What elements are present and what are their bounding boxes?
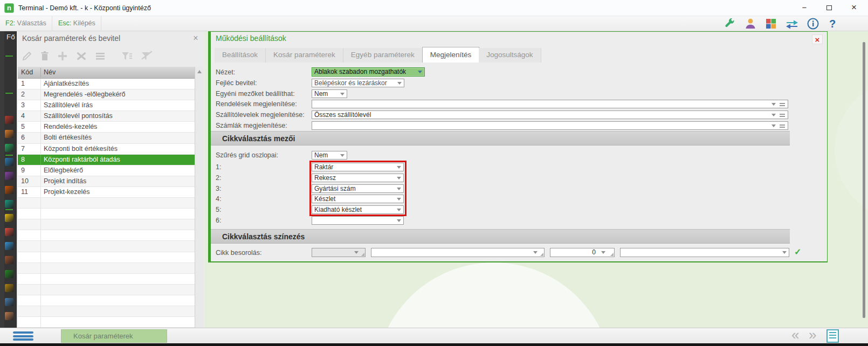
orders-display-select[interactable] — [312, 100, 788, 108]
tab-kosár-paraméterek[interactable]: Kosár paraméterek — [266, 48, 343, 63]
hotkey-esc-exit[interactable]: Esc: Kilépés — [53, 16, 101, 31]
nav-previous-icon[interactable]: « — [791, 327, 799, 343]
edit-icon[interactable] — [21, 50, 33, 62]
table-row[interactable] — [18, 263, 195, 274]
table-row[interactable] — [18, 295, 195, 306]
rail-module-icon[interactable] — [5, 270, 13, 278]
table-row[interactable]: 11Projekt-kezelés — [18, 187, 195, 198]
status-badge[interactable]: Kosár paraméterek — [61, 329, 167, 343]
list-icon[interactable] — [780, 103, 785, 106]
maximize-button[interactable] — [817, 0, 841, 16]
table-row[interactable] — [18, 219, 195, 230]
filter-grid-select[interactable]: Nem — [312, 151, 347, 160]
table-row[interactable]: 6Bolti értékesítés — [18, 133, 195, 143]
table-row[interactable]: 10Projekt indítás — [18, 176, 195, 187]
add-icon[interactable] — [57, 50, 68, 62]
filter-icon[interactable] — [120, 50, 133, 62]
nav-next-icon[interactable]: » — [809, 327, 816, 343]
cell-separator — [40, 198, 41, 208]
tools-icon[interactable] — [75, 50, 88, 62]
rail-module-icon[interactable] — [5, 242, 13, 250]
grid-column-3-select[interactable]: Gyártási szám — [312, 184, 404, 193]
rail-module-icon[interactable] — [5, 172, 13, 180]
view-mode-select[interactable]: Ablakok szabadon mozgathatók — [312, 67, 425, 77]
tab-beállítások[interactable]: Beállítások — [215, 48, 266, 63]
grid-column-4-select[interactable]: Készlet — [312, 195, 404, 203]
grid-column-6-select[interactable] — [312, 216, 404, 225]
rail-module-icon[interactable] — [5, 200, 13, 208]
table-row[interactable]: 5Rendelés-kezelés — [18, 122, 195, 133]
table-row[interactable]: 9Előlegbekérő — [18, 165, 195, 176]
wrench-icon[interactable] — [724, 17, 736, 30]
table-row[interactable]: 1Ajánlatkészítés — [18, 79, 195, 89]
rail-module-icon[interactable] — [5, 116, 13, 124]
table-row[interactable] — [18, 317, 195, 328]
table-scrollbar[interactable] — [195, 67, 204, 328]
cell-kod: 2 — [21, 89, 25, 100]
help-icon[interactable]: ? — [827, 17, 838, 30]
confirm-check-icon[interactable]: ✓ — [794, 247, 801, 257]
rail-module-icon[interactable] — [5, 158, 13, 166]
transfer-icon[interactable] — [785, 17, 799, 30]
grid-column-5-select[interactable]: Kiadható készlet — [312, 205, 404, 214]
rail-module-icon[interactable] — [5, 312, 13, 320]
table-header[interactable]: Kód Név — [18, 67, 204, 79]
rail-module-icon[interactable] — [5, 186, 13, 194]
column-header-nev[interactable]: Név — [44, 67, 56, 78]
rail-module-icon[interactable] — [5, 144, 13, 152]
status-menu-icon[interactable] — [13, 330, 33, 342]
table-row[interactable] — [18, 198, 195, 209]
rail-module-icon[interactable] — [5, 228, 13, 236]
tab-megjelenítés[interactable]: Megjelenítés — [422, 47, 480, 63]
table-row[interactable] — [18, 285, 195, 295]
rail-module-icon[interactable] — [5, 298, 13, 306]
list-icon[interactable] — [780, 114, 785, 117]
table-row[interactable] — [18, 209, 195, 219]
grid-column-1-select[interactable]: Raktár — [312, 163, 404, 171]
panel-close-icon[interactable]: × — [191, 33, 201, 43]
classification-code-select[interactable] — [312, 248, 366, 257]
table-row[interactable]: 7Központi bolt értékesítés — [18, 144, 195, 155]
menu-icon[interactable] — [94, 50, 106, 62]
info-icon[interactable] — [807, 17, 819, 30]
scroll-up-icon[interactable] — [197, 70, 202, 73]
rail-module-icon[interactable] — [5, 284, 13, 292]
table-row[interactable] — [18, 306, 195, 317]
custom-fields-select[interactable]: Nem — [312, 89, 347, 98]
cell-nev: Projekt-kezelés — [44, 187, 89, 197]
classification-name-select[interactable] — [371, 248, 545, 257]
table-row[interactable] — [18, 241, 195, 252]
user-icon[interactable] — [744, 17, 757, 30]
cell-nev: Rendelés-kezelés — [44, 122, 97, 132]
tab-egyéb-paraméterek[interactable]: Egyéb paraméterek — [343, 48, 423, 63]
invoices-display-select[interactable] — [312, 121, 788, 130]
hotkey-f2-select[interactable]: F2: Választás — [0, 16, 52, 31]
header-entry-select[interactable]: Belépéskor és lezáráskor — [312, 79, 404, 87]
rail-module-icon[interactable] — [5, 214, 13, 222]
table-row[interactable]: 2Megrendelés -előlegbekérő — [18, 89, 195, 100]
cell-kod: 3 — [21, 100, 25, 110]
modules-icon[interactable] — [764, 17, 777, 30]
classification-number-select[interactable]: 0 — [550, 248, 615, 257]
close-button[interactable]: × — [842, 0, 866, 16]
rail-module-icon[interactable] — [5, 130, 13, 138]
delivery-notes-display-select[interactable]: Összes szállítólevél — [312, 110, 788, 119]
rail-module-icon[interactable] — [5, 256, 13, 264]
table-row[interactable]: 3Szállítólevél írás — [18, 100, 195, 111]
filter-clear-icon[interactable] — [140, 50, 153, 62]
table-row[interactable]: 8Központi raktárból átadás — [18, 155, 195, 165]
column-header-kod[interactable]: Kód — [21, 67, 33, 78]
document-list-icon[interactable] — [826, 329, 839, 343]
grid-column-2-select[interactable]: Rekesz — [312, 174, 404, 182]
table-row[interactable] — [18, 230, 195, 241]
minimize-button[interactable]: − — [793, 0, 816, 16]
classification-color-select[interactable] — [620, 248, 789, 257]
table-row[interactable]: 4Szállítólevél pontosítás — [18, 111, 195, 122]
table-row[interactable] — [18, 252, 195, 263]
delete-icon[interactable] — [39, 50, 50, 62]
panel-close-button[interactable]: × — [812, 34, 823, 44]
table-row[interactable] — [18, 274, 195, 285]
main-vertical-scrollbar[interactable] — [863, 42, 865, 318]
tab-jogosultságok[interactable]: Jogosultságok — [479, 48, 541, 63]
list-icon[interactable] — [780, 124, 785, 128]
